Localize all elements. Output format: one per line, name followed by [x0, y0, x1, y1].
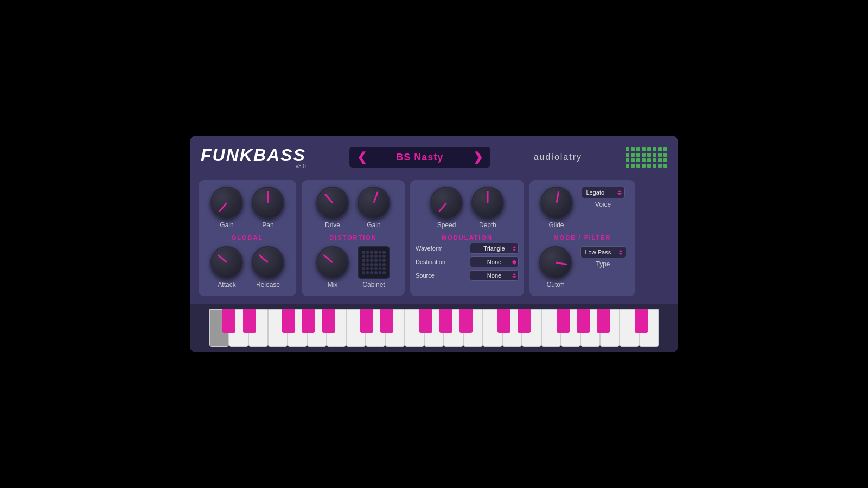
depth-knob-group: Depth [471, 187, 504, 229]
waveform-label: Waveform [416, 245, 454, 252]
release-label: Release [256, 281, 280, 288]
header: FunkBass v3.0 ❮ BS Nasty ❯ audiolatry [190, 136, 678, 175]
mode-knobs-row2: Cutoff Low Pass High Pass Band Pass Notc… [539, 246, 626, 288]
mode-knobs-row1: Glide Legato Poly Mono Voi [540, 187, 625, 229]
source-row: Source None LFO Envelope Velocity [416, 270, 519, 281]
destination-select[interactable]: None Pitch Cutoff Volume [470, 256, 519, 267]
type-group: Low Pass High Pass Band Pass Notch Type [580, 246, 626, 288]
destination-select-wrapper: None Pitch Cutoff Volume [470, 256, 519, 267]
gain-label: Gain [220, 221, 233, 229]
speed-label: Speed [437, 221, 456, 229]
mod-knobs-row1: Speed Depth [430, 187, 504, 229]
piano [209, 309, 659, 347]
release-knob[interactable] [252, 246, 284, 279]
preset-prev-button[interactable]: ❮ [357, 150, 367, 164]
modulation-section-label: MODULATION [442, 234, 493, 241]
black-key-cs3[interactable] [497, 309, 510, 333]
pan-label: Pan [262, 221, 273, 229]
black-key-fs2[interactable] [419, 309, 432, 333]
source-label: Source [416, 272, 454, 279]
preset-next-button[interactable]: ❯ [473, 150, 483, 164]
destination-row: Destination None Pitch Cutoff Volume [416, 256, 519, 267]
type-select-wrapper: Low Pass High Pass Band Pass Notch [580, 246, 626, 258]
voice-select[interactable]: Legato Poly Mono [582, 187, 625, 198]
global-knobs-row1: Gain Pan [210, 187, 284, 229]
waveform-select-wrapper: Triangle Sine Square Sawtooth [470, 243, 519, 254]
black-key-cs[interactable] [222, 309, 235, 333]
global-section-label: GLOBAL [232, 234, 263, 241]
distortion-section-label: DISTORTION [329, 234, 377, 241]
glide-label: Glide [548, 221, 564, 229]
black-key-as2[interactable] [459, 309, 473, 333]
speed-knob-group: Speed [430, 187, 463, 229]
black-key-ds2[interactable] [380, 309, 393, 333]
source-select[interactable]: None LFO Envelope Velocity [470, 270, 519, 281]
mix-label: Mix [328, 281, 338, 288]
piano-keyboard [209, 309, 659, 347]
black-key-cs2[interactable] [360, 309, 373, 333]
cabinet-group: Cabinet [358, 246, 390, 288]
source-select-wrapper: None LFO Envelope Velocity [470, 270, 519, 281]
destination-label: Destination [416, 259, 454, 265]
main-panel: Gain Pan GLOBAL Attack [190, 175, 678, 304]
voice-label: Voice [595, 201, 611, 208]
gain-knob-group: Gain [210, 187, 243, 229]
cabinet-display [358, 246, 390, 279]
piano-section [190, 304, 678, 352]
section-global: Gain Pan GLOBAL Attack [199, 180, 296, 296]
attack-knob-group: Attack [210, 246, 243, 288]
black-key-ds[interactable] [243, 309, 256, 333]
gain-knob[interactable] [210, 187, 243, 219]
app-title: FunkBass [201, 145, 306, 165]
cutoff-label: Cutoff [547, 281, 564, 288]
attack-knob[interactable] [210, 246, 243, 279]
grid-icon [626, 147, 667, 168]
black-key-ds3[interactable] [518, 309, 531, 333]
type-select[interactable]: Low Pass High Pass Band Pass Notch [580, 246, 626, 258]
waveform-select[interactable]: Triangle Sine Square Sawtooth [470, 243, 519, 254]
app-version: v3.0 [201, 163, 306, 169]
depth-label: Depth [479, 221, 496, 229]
preset-name: BS Nasty [396, 152, 443, 163]
drive-knob[interactable] [316, 187, 349, 219]
release-knob-group: Release [252, 246, 284, 288]
drive-label: Drive [325, 221, 340, 229]
cutoff-knob-group: Cutoff [539, 246, 572, 288]
distortion-knobs-row2: Mix Cabinet [316, 246, 390, 288]
type-label: Type [596, 260, 610, 268]
mix-knob[interactable] [316, 246, 349, 279]
brand-label: audiolatry [534, 152, 582, 162]
mode-section-label: MODE / FILTER [554, 234, 611, 241]
global-knobs-row2: Attack Release [210, 246, 284, 288]
black-key-as3[interactable] [597, 309, 610, 333]
black-key-fs[interactable] [282, 309, 295, 333]
dist-gain-knob[interactable] [358, 187, 390, 219]
black-key-gs2[interactable] [439, 309, 452, 333]
waveform-row: Waveform Triangle Sine Square Sawtooth [416, 243, 519, 254]
cabinet-label: Cabinet [362, 281, 385, 288]
dist-gain-knob-group: Gain [358, 187, 390, 229]
speed-knob[interactable] [430, 187, 463, 219]
preset-navigator: ❮ BS Nasty ❯ [349, 147, 490, 168]
distortion-knobs-row1: Drive Gain [316, 187, 390, 229]
black-key-gs[interactable] [302, 309, 315, 333]
pan-knob[interactable] [252, 187, 284, 219]
section-distortion: Drive Gain DISTORTION Mix [302, 180, 405, 296]
black-key-gs3[interactable] [577, 309, 590, 333]
attack-label: Attack [218, 281, 235, 288]
drive-knob-group: Drive [316, 187, 349, 229]
plugin-container: FunkBass v3.0 ❮ BS Nasty ❯ audiolatry [190, 136, 678, 352]
depth-knob[interactable] [471, 187, 504, 219]
voice-select-wrapper: Legato Poly Mono [582, 187, 625, 198]
mod-controls: Waveform Triangle Sine Square Sawtooth [416, 243, 519, 281]
voice-group: Legato Poly Mono Voice [582, 187, 625, 229]
logo-area: FunkBass v3.0 [201, 145, 306, 169]
black-key-fs3[interactable] [557, 309, 570, 333]
cutoff-knob[interactable] [539, 246, 572, 279]
mix-knob-group: Mix [316, 246, 349, 288]
pan-knob-group: Pan [252, 187, 284, 229]
dist-gain-label: Gain [367, 221, 380, 229]
black-key-cs4[interactable] [635, 309, 648, 333]
black-key-as[interactable] [322, 309, 335, 333]
glide-knob[interactable] [540, 187, 573, 219]
